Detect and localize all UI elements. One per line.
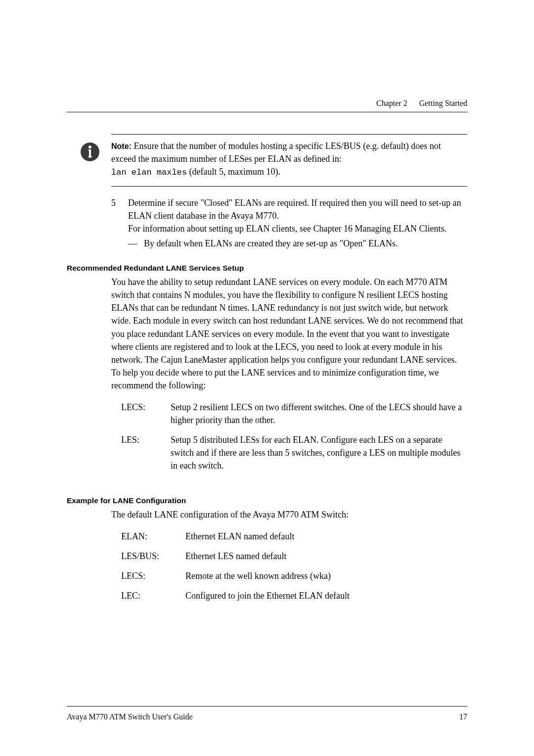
- step-body: Determine if secure "Closed" ELANs are r…: [128, 196, 467, 235]
- def-term: LES/BUS:: [121, 550, 185, 563]
- def-body: Ethernet ELAN named default: [185, 530, 467, 543]
- def-list-example: ELAN: Ethernet ELAN named default LES/BU…: [121, 530, 467, 602]
- def-body: Setup 5 distributed LESs for each ELAN. …: [171, 433, 467, 472]
- info-icon: [81, 142, 99, 161]
- header-title: Getting Started: [419, 99, 467, 107]
- def-term: LECS:: [121, 401, 171, 426]
- def-term: LES:: [121, 433, 171, 472]
- note-code: lan elan maxles: [111, 168, 187, 177]
- spacer: [67, 479, 467, 491]
- section-heading-redundant: Recommended Redundant LANE Services Setu…: [67, 264, 467, 273]
- def-row: LECS: Remote at the well known address (…: [121, 569, 467, 582]
- def-body: Setup 2 resilient LECS on two different …: [171, 401, 467, 426]
- def-body: Ethernet LES named default: [185, 550, 467, 563]
- step-body-1: Determine if secure "Closed" ELANs are r…: [128, 198, 461, 221]
- note-line2: (default 5, maximum 10).: [187, 167, 280, 177]
- step-number: 5: [111, 196, 128, 235]
- section-para-example: The default LANE configuration of the Av…: [111, 508, 467, 521]
- info-glyph-icon: [87, 145, 93, 158]
- section-heading-example: Example for LANE Configuration: [67, 496, 467, 505]
- note-line1: Ensure that the number of modules hostin…: [111, 141, 441, 164]
- def-term: LEC:: [121, 589, 185, 602]
- def-body: Remote at the well known address (wka): [185, 569, 467, 582]
- page-footer: Avaya M770 ATM Switch User's Guide 17: [67, 706, 467, 721]
- page: Chapter 2 Getting Started Note: Ensure t…: [0, 0, 534, 756]
- step-sub-bullet: — By default when ELANs are created they…: [111, 237, 467, 250]
- note-label: Note:: [111, 142, 132, 150]
- def-list-redundant: LECS: Setup 2 resilient LECS on two diff…: [121, 401, 467, 472]
- def-row: LES/BUS: Ethernet LES named default: [121, 550, 467, 563]
- def-row: LEC: Configured to join the Ethernet ELA…: [121, 589, 467, 602]
- def-body: Configured to join the Ethernet ELAN def…: [185, 589, 467, 602]
- header-chapter: Chapter 2: [376, 99, 407, 107]
- bullet-text: By default when ELANs are created they a…: [144, 237, 398, 250]
- footer-title: Avaya M770 ATM Switch User's Guide: [67, 712, 193, 721]
- info-icon-wrap: [81, 142, 102, 161]
- def-row: LES: Setup 5 distributed LESs for each E…: [121, 433, 467, 472]
- def-term: LECS:: [121, 569, 185, 582]
- svg-point-0: [89, 145, 91, 148]
- note-callout: Note: Ensure that the number of modules …: [111, 134, 467, 187]
- step-body-2: For information about setting up ELAN cl…: [128, 224, 446, 234]
- footer-page-number: 17: [459, 712, 467, 721]
- section-para-redundant: You have the ability to setup redundant …: [111, 276, 467, 392]
- def-row: LECS: Setup 2 resilient LECS on two diff…: [121, 401, 467, 426]
- step-5: 5 Determine if secure "Closed" ELANs are…: [111, 196, 467, 250]
- running-header: Chapter 2 Getting Started: [67, 99, 467, 112]
- def-term: ELAN:: [121, 530, 185, 543]
- def-row: ELAN: Ethernet ELAN named default: [121, 530, 467, 543]
- bullet-dash: —: [128, 237, 144, 250]
- note-text: Note: Ensure that the number of modules …: [111, 140, 467, 179]
